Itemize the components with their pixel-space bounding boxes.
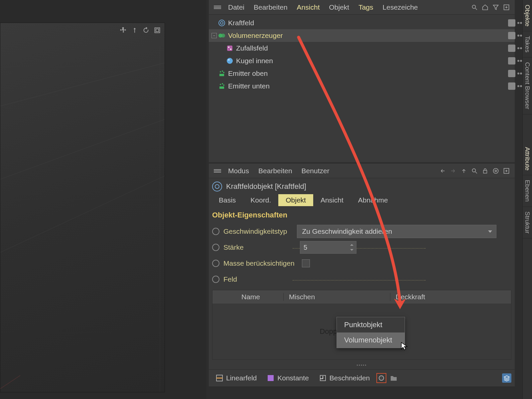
linearfield-icon [215,374,223,382]
svg-point-22 [220,71,221,72]
home-icon[interactable] [481,4,489,11]
th-mix: Mischen [284,293,390,301]
velocity-dropdown[interactable]: Zu Geschwindigkeit addieren [297,225,496,238]
tree-row-zufallsfeld[interactable]: Zufallsfeld ✓ [209,42,515,55]
sidetab-content[interactable]: Content Browser [523,58,532,114]
expand-toggle-icon[interactable]: − [211,33,217,38]
hamburger-icon[interactable] [211,169,223,173]
menu-bearbeiten[interactable]: Bearbeiten [249,3,292,11]
input-value: 5 [304,244,307,251]
left-area [0,0,206,399]
layer-tag-icon[interactable] [508,70,515,77]
folder-add-icon[interactable] [390,374,398,382]
svg-point-23 [222,70,223,72]
anim-dot-icon[interactable] [212,228,219,235]
sidetab-attribute[interactable]: Attribute [523,142,532,176]
beschneiden-button[interactable]: Beschneiden [316,373,373,383]
svg-line-30 [475,172,477,173]
layer-tag-icon[interactable] [508,57,515,65]
tree-row-emitter-oben[interactable]: Emitter oben ✓ [209,67,515,80]
tab-objekt[interactable]: Objekt [278,194,313,206]
layer-stack-icon[interactable] [502,373,511,383]
menu-bearbeiten[interactable]: Bearbeiten [254,167,297,175]
attribute-manager: Modus Bearbeiten Benutzer Kraftfeldobjek… [209,164,515,386]
tab-koord[interactable]: Koord. [243,194,278,206]
layer-tag-icon[interactable] [508,19,515,27]
ctx-punktobjekt[interactable]: Punktobjekt [337,317,405,332]
tree-row-volumenerzeuger[interactable]: − Volumenerzeuger ✓ [209,29,515,42]
lock-icon[interactable] [481,167,489,175]
layer-tag-icon[interactable] [508,82,515,90]
sidetab-takes[interactable]: Takes [523,31,532,58]
search-icon[interactable] [471,167,478,175]
add-panel-icon[interactable] [503,167,510,175]
prop-strength: Stärke 5 [209,239,515,255]
layer-tag-icon[interactable] [508,45,515,52]
back-icon[interactable] [439,167,446,175]
menu-benutzer[interactable]: Benutzer [297,167,334,175]
menu-tags[interactable]: Tags [354,3,378,11]
hamburger-icon[interactable] [211,5,223,10]
resize-grip-icon[interactable]: ••••• [356,363,367,368]
menu-lesezeiche[interactable]: Lesezeiche [378,3,423,11]
button-label: Linearfeld [226,374,257,382]
context-menu: Punktobjekt Volumenobjekt [336,317,405,348]
svg-line-8 [475,8,477,10]
button-label: Beschneiden [330,374,370,382]
linearfeld-button[interactable]: Linearfeld [212,373,260,383]
dropdown-value: Zu Geschwindigkeit addieren [302,227,392,235]
filter-icon[interactable] [492,4,499,11]
emitter-icon [218,70,225,77]
ctx-volumenobjekt[interactable]: Volumenobjekt [337,332,405,348]
menu-ansicht[interactable]: Ansicht [292,3,325,11]
forward-icon[interactable] [450,167,457,175]
svg-point-15 [221,34,225,38]
svg-point-12 [219,20,225,26]
anim-dot-icon[interactable] [212,260,219,267]
prop-label: Stärke [223,243,290,251]
target-icon[interactable] [492,167,499,175]
svg-point-26 [220,84,221,85]
mass-checkbox[interactable] [302,259,310,267]
tab-abnahme[interactable]: Abnahme [351,194,395,206]
object-tree[interactable]: Kraftfeld ✓ − Volumenerzeuger ✓ Zufallsf… [209,15,515,94]
sidetab-objekte[interactable]: Objekte [523,0,532,31]
anim-dot-icon[interactable] [212,244,219,251]
attr-title-row: Kraftfeldobjekt [Kraftfeld] [209,178,515,194]
menu-modus[interactable]: Modus [223,167,254,175]
strength-input[interactable]: 5 [300,241,356,254]
menu-objekt[interactable]: Objekt [324,3,354,11]
tree-label: Volumenerzeuger [228,32,283,40]
svg-rect-25 [219,86,224,89]
konstante-button[interactable]: Konstante [263,373,312,383]
tab-basis[interactable]: Basis [211,194,243,206]
up-icon[interactable] [460,167,467,175]
menu-datei[interactable]: Datei [223,3,249,11]
viewport[interactable] [0,23,165,392]
anim-dot-icon[interactable] [212,276,219,283]
tree-row-kraftfeld[interactable]: Kraftfeld ✓ [209,17,515,29]
tree-row-kugel[interactable]: Kugel innen ✓ [209,55,515,67]
layer-tag-icon[interactable] [508,32,515,39]
add-panel-icon[interactable] [503,4,510,11]
tab-ansicht[interactable]: Ansicht [313,194,351,206]
svg-rect-39 [268,375,274,381]
attr-tabs: Basis Koord. Objekt Ansicht Abnahme [209,194,515,206]
svg-point-13 [220,22,223,24]
svg-point-19 [227,58,233,64]
tree-row-emitter-unten[interactable]: Emitter unten ✓ [209,80,515,92]
svg-point-41 [379,376,384,380]
tree-label: Zufallsfeld [236,44,268,52]
section-heading: Objekt-Eigenschaften [209,206,515,223]
tree-label: Emitter oben [228,69,268,77]
field-add-icon[interactable] [376,373,386,383]
sidetab-struktur[interactable]: Struktur [523,207,532,239]
svg-point-7 [472,5,475,8]
sphere-icon [226,57,233,65]
object-menubar: Datei Bearbeiten Ansicht Objekt Tags Les… [209,0,515,15]
svg-point-27 [222,83,223,84]
search-icon[interactable] [471,4,478,11]
volume-builder-icon [218,32,225,39]
sidetab-ebenen[interactable]: Ebenen [523,175,532,207]
prop-label: Geschwindigkeitstyp [223,227,287,235]
